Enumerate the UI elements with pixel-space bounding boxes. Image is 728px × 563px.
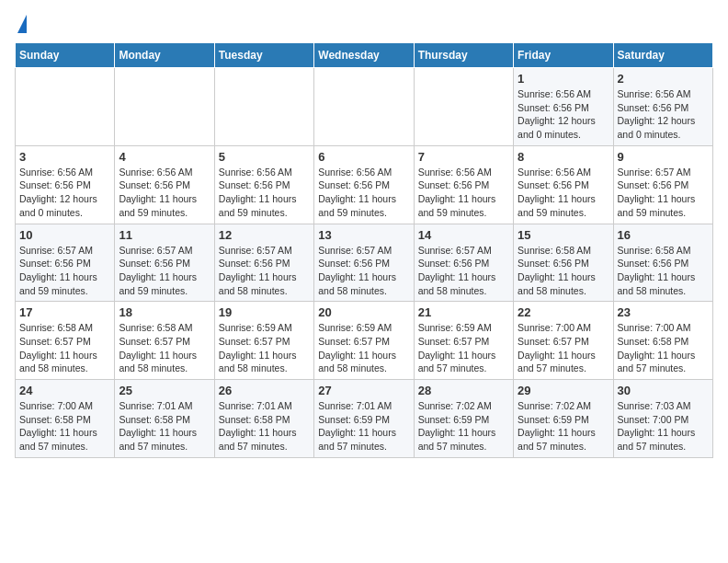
calendar-cell: 15Sunrise: 6:58 AM Sunset: 6:56 PM Dayli… [514, 224, 613, 302]
day-number: 5 [219, 150, 310, 164]
calendar-cell: 19Sunrise: 6:59 AM Sunset: 6:57 PM Dayli… [214, 302, 313, 380]
day-info: Sunrise: 6:59 AM Sunset: 6:57 PM Dayligh… [418, 321, 509, 375]
day-number: 16 [618, 228, 709, 242]
calendar-week-row: 24Sunrise: 7:00 AM Sunset: 6:58 PM Dayli… [16, 380, 713, 458]
day-number: 20 [318, 305, 409, 319]
calendar-cell: 26Sunrise: 7:01 AM Sunset: 6:58 PM Dayli… [214, 380, 313, 458]
day-number: 30 [618, 384, 709, 397]
page-header [15, 15, 713, 35]
day-number: 6 [318, 150, 409, 164]
day-number: 4 [119, 150, 210, 164]
calendar-cell [16, 68, 115, 146]
calendar-table: SundayMondayTuesdayWednesdayThursdayFrid… [15, 42, 713, 458]
day-number: 18 [119, 305, 210, 319]
day-number: 29 [518, 384, 609, 397]
day-info: Sunrise: 6:56 AM Sunset: 6:56 PM Dayligh… [119, 166, 210, 220]
day-info: Sunrise: 7:00 AM Sunset: 6:57 PM Dayligh… [518, 321, 609, 375]
day-info: Sunrise: 7:01 AM Sunset: 6:58 PM Dayligh… [219, 399, 310, 454]
calendar-cell: 29Sunrise: 7:02 AM Sunset: 6:59 PM Dayli… [514, 380, 613, 458]
calendar-cell: 22Sunrise: 7:00 AM Sunset: 6:57 PM Dayli… [514, 302, 613, 380]
day-info: Sunrise: 6:59 AM Sunset: 6:57 PM Dayligh… [318, 321, 409, 375]
calendar-week-row: 3Sunrise: 6:56 AM Sunset: 6:56 PM Daylig… [16, 145, 713, 224]
day-header-saturday: Saturday [613, 43, 712, 68]
day-info: Sunrise: 6:56 AM Sunset: 6:56 PM Dayligh… [19, 166, 110, 220]
calendar-cell [115, 68, 214, 146]
calendar-cell: 6Sunrise: 6:56 AM Sunset: 6:56 PM Daylig… [314, 145, 414, 224]
day-info: Sunrise: 7:00 AM Sunset: 6:58 PM Dayligh… [19, 399, 110, 454]
calendar-cell: 7Sunrise: 6:56 AM Sunset: 6:56 PM Daylig… [414, 145, 513, 224]
day-info: Sunrise: 6:57 AM Sunset: 6:56 PM Dayligh… [19, 244, 110, 298]
day-info: Sunrise: 6:56 AM Sunset: 6:56 PM Dayligh… [418, 166, 509, 220]
calendar-cell: 21Sunrise: 6:59 AM Sunset: 6:57 PM Dayli… [414, 302, 513, 380]
day-header-sunday: Sunday [16, 43, 115, 68]
calendar-cell: 13Sunrise: 6:57 AM Sunset: 6:56 PM Dayli… [314, 224, 414, 302]
calendar-cell: 1Sunrise: 6:56 AM Sunset: 6:56 PM Daylig… [514, 68, 613, 146]
day-info: Sunrise: 7:01 AM Sunset: 6:59 PM Dayligh… [318, 399, 409, 454]
calendar-cell: 4Sunrise: 6:56 AM Sunset: 6:56 PM Daylig… [115, 145, 214, 224]
calendar-cell: 28Sunrise: 7:02 AM Sunset: 6:59 PM Dayli… [414, 380, 513, 458]
day-info: Sunrise: 6:57 AM Sunset: 6:56 PM Dayligh… [119, 244, 210, 298]
day-header-monday: Monday [115, 43, 214, 68]
logo-triangle-icon [17, 15, 27, 33]
day-info: Sunrise: 6:56 AM Sunset: 6:56 PM Dayligh… [318, 166, 409, 220]
calendar-cell: 11Sunrise: 6:57 AM Sunset: 6:56 PM Dayli… [115, 224, 214, 302]
day-number: 13 [318, 228, 409, 242]
day-number: 7 [418, 150, 509, 164]
calendar-cell: 2Sunrise: 6:56 AM Sunset: 6:56 PM Daylig… [613, 68, 712, 146]
calendar-cell: 14Sunrise: 6:57 AM Sunset: 6:56 PM Dayli… [414, 224, 513, 302]
calendar-cell: 16Sunrise: 6:58 AM Sunset: 6:56 PM Dayli… [613, 224, 712, 302]
calendar-week-row: 17Sunrise: 6:58 AM Sunset: 6:57 PM Dayli… [16, 302, 713, 380]
calendar-cell: 27Sunrise: 7:01 AM Sunset: 6:59 PM Dayli… [314, 380, 414, 458]
calendar-cell: 9Sunrise: 6:57 AM Sunset: 6:56 PM Daylig… [613, 145, 712, 224]
calendar-cell: 12Sunrise: 6:57 AM Sunset: 6:56 PM Dayli… [214, 224, 313, 302]
day-header-tuesday: Tuesday [214, 43, 313, 68]
day-info: Sunrise: 6:58 AM Sunset: 6:56 PM Dayligh… [618, 244, 709, 298]
day-number: 21 [418, 305, 509, 319]
day-number: 1 [518, 72, 609, 86]
day-number: 26 [219, 384, 310, 397]
calendar-cell: 3Sunrise: 6:56 AM Sunset: 6:56 PM Daylig… [16, 145, 115, 224]
day-info: Sunrise: 6:59 AM Sunset: 6:57 PM Dayligh… [219, 321, 310, 375]
day-header-thursday: Thursday [414, 43, 513, 68]
calendar-cell: 20Sunrise: 6:59 AM Sunset: 6:57 PM Dayli… [314, 302, 414, 380]
day-info: Sunrise: 6:56 AM Sunset: 6:56 PM Dayligh… [518, 87, 609, 142]
calendar-cell [414, 68, 513, 146]
day-info: Sunrise: 7:02 AM Sunset: 6:59 PM Dayligh… [418, 399, 509, 454]
calendar-cell: 10Sunrise: 6:57 AM Sunset: 6:56 PM Dayli… [16, 224, 115, 302]
calendar-cell: 18Sunrise: 6:58 AM Sunset: 6:57 PM Dayli… [115, 302, 214, 380]
day-info: Sunrise: 6:56 AM Sunset: 6:56 PM Dayligh… [518, 166, 609, 220]
day-info: Sunrise: 6:58 AM Sunset: 6:57 PM Dayligh… [119, 321, 210, 375]
day-info: Sunrise: 6:57 AM Sunset: 6:56 PM Dayligh… [318, 244, 409, 298]
day-info: Sunrise: 7:00 AM Sunset: 6:58 PM Dayligh… [618, 321, 709, 375]
day-number: 2 [618, 72, 709, 86]
day-number: 22 [518, 305, 609, 319]
day-number: 15 [518, 228, 609, 242]
day-header-wednesday: Wednesday [314, 43, 414, 68]
day-info: Sunrise: 6:57 AM Sunset: 6:56 PM Dayligh… [618, 166, 709, 220]
day-number: 11 [119, 228, 210, 242]
day-info: Sunrise: 6:56 AM Sunset: 6:56 PM Dayligh… [219, 166, 310, 220]
day-number: 10 [19, 228, 110, 242]
day-info: Sunrise: 6:56 AM Sunset: 6:56 PM Dayligh… [618, 87, 709, 142]
day-info: Sunrise: 7:03 AM Sunset: 7:00 PM Dayligh… [618, 399, 709, 454]
calendar-cell: 25Sunrise: 7:01 AM Sunset: 6:58 PM Dayli… [115, 380, 214, 458]
calendar-cell: 17Sunrise: 6:58 AM Sunset: 6:57 PM Dayli… [16, 302, 115, 380]
day-number: 24 [19, 384, 110, 397]
calendar-week-row: 10Sunrise: 6:57 AM Sunset: 6:56 PM Dayli… [16, 224, 713, 302]
calendar-cell: 8Sunrise: 6:56 AM Sunset: 6:56 PM Daylig… [514, 145, 613, 224]
day-info: Sunrise: 6:57 AM Sunset: 6:56 PM Dayligh… [418, 244, 509, 298]
calendar-cell: 30Sunrise: 7:03 AM Sunset: 7:00 PM Dayli… [613, 380, 712, 458]
day-number: 17 [19, 305, 110, 319]
day-number: 28 [418, 384, 509, 397]
day-number: 14 [418, 228, 509, 242]
day-number: 9 [618, 150, 709, 164]
day-info: Sunrise: 6:58 AM Sunset: 6:57 PM Dayligh… [19, 321, 110, 375]
calendar-cell: 5Sunrise: 6:56 AM Sunset: 6:56 PM Daylig… [214, 145, 313, 224]
day-info: Sunrise: 7:01 AM Sunset: 6:58 PM Dayligh… [119, 399, 210, 454]
day-number: 8 [518, 150, 609, 164]
calendar-week-row: 1Sunrise: 6:56 AM Sunset: 6:56 PM Daylig… [16, 68, 713, 146]
day-number: 27 [318, 384, 409, 397]
logo [15, 15, 27, 35]
day-number: 12 [219, 228, 310, 242]
day-info: Sunrise: 6:58 AM Sunset: 6:56 PM Dayligh… [518, 244, 609, 298]
